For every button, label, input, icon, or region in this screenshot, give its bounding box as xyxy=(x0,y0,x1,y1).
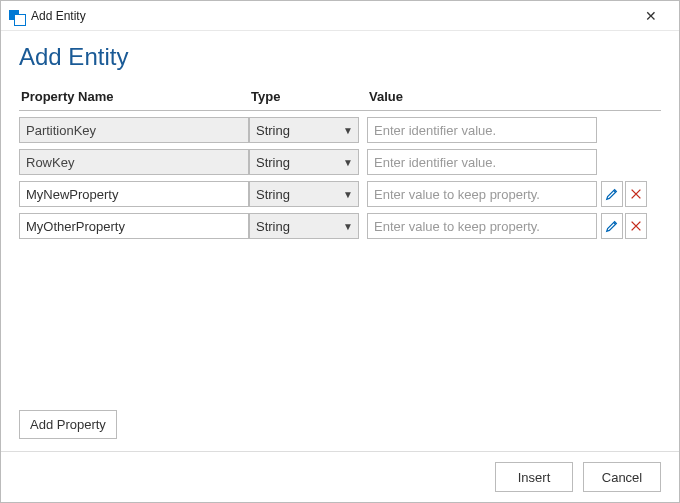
dialog-window: Add Entity ✕ Add Entity Property Name Ty… xyxy=(0,0,680,503)
table-row: String▼ xyxy=(19,181,661,207)
col-header-name: Property Name xyxy=(19,85,249,110)
property-type-select[interactable]: String xyxy=(249,181,359,207)
dialog-content: Add Entity Property Name Type Value Stri… xyxy=(1,31,679,451)
delete-icon xyxy=(629,187,643,201)
delete-property-button[interactable] xyxy=(625,181,647,207)
cancel-button[interactable]: Cancel xyxy=(583,462,661,492)
property-value-input[interactable] xyxy=(367,213,597,239)
property-value-input[interactable] xyxy=(367,181,597,207)
property-name-input xyxy=(19,117,249,143)
table-row: String▼ xyxy=(19,213,661,239)
window-title: Add Entity xyxy=(31,9,86,23)
col-header-value: Value xyxy=(367,85,597,110)
property-name-input[interactable] xyxy=(19,181,249,207)
grid-header: Property Name Type Value xyxy=(19,85,661,111)
property-name-input xyxy=(19,149,249,175)
page-title: Add Entity xyxy=(19,43,661,71)
insert-button[interactable]: Insert xyxy=(495,462,573,492)
delete-icon xyxy=(629,219,643,233)
table-row: String▼ xyxy=(19,149,661,175)
title-bar: Add Entity ✕ xyxy=(1,1,679,31)
pencil-icon xyxy=(605,219,619,233)
properties-grid: Property Name Type Value String▼String▼S… xyxy=(19,85,661,239)
property-type-select[interactable]: String xyxy=(249,117,359,143)
property-value-input[interactable] xyxy=(367,117,597,143)
edit-property-button[interactable] xyxy=(601,181,623,207)
close-icon[interactable]: ✕ xyxy=(631,1,671,31)
dialog-footer: Insert Cancel xyxy=(1,451,679,502)
table-row: String▼ xyxy=(19,117,661,143)
app-icon xyxy=(9,8,25,24)
delete-property-button[interactable] xyxy=(625,213,647,239)
property-name-input[interactable] xyxy=(19,213,249,239)
col-header-type: Type xyxy=(249,85,359,110)
property-value-input[interactable] xyxy=(367,149,597,175)
property-type-select[interactable]: String xyxy=(249,149,359,175)
pencil-icon xyxy=(605,187,619,201)
add-property-button[interactable]: Add Property xyxy=(19,410,117,439)
edit-property-button[interactable] xyxy=(601,213,623,239)
property-type-select[interactable]: String xyxy=(249,213,359,239)
